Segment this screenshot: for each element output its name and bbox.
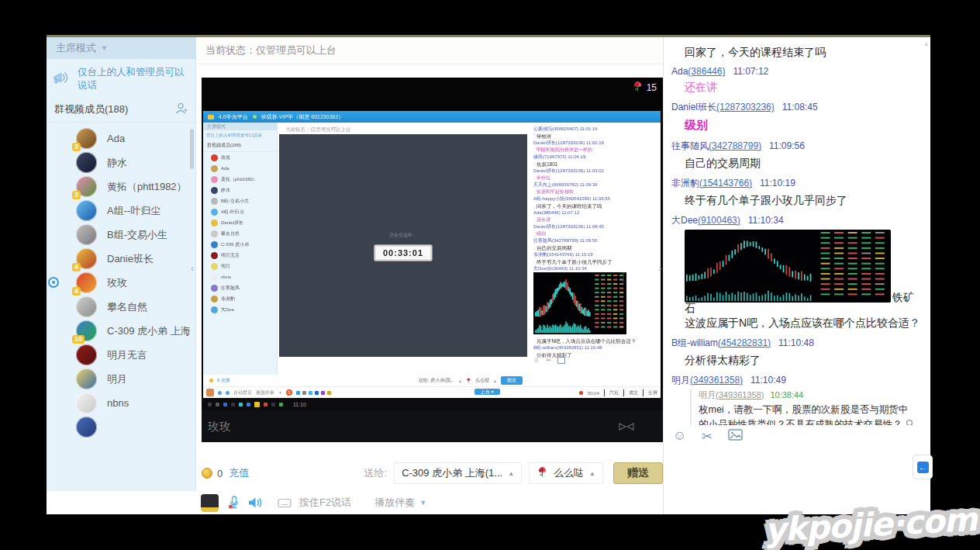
members-count-label: 群视频成员(188): [54, 102, 128, 116]
speaker-icon: [226, 391, 229, 395]
nested-chat-line: 学校准: [533, 133, 661, 140]
member-row[interactable]: 4玫玫: [47, 271, 195, 295]
member-name: Ada: [107, 133, 125, 144]
chat-message: 非洲豹(154143766)11:10:19终于有几个单子跟小玫几乎同步了: [671, 177, 921, 209]
nested-chat-panel: 公募倾泻(490625407) 11:01:16学校准Daniel班长(1287…: [529, 123, 661, 375]
quoted-time: 10:38:44: [770, 390, 803, 400]
chat-sender-id[interactable]: (349361358): [690, 375, 743, 386]
member-row[interactable]: 10C-309 虎小弟 上海: [47, 319, 195, 343]
teamviewer-panel-icon[interactable]: ←: [913, 455, 933, 479]
nested-timer: 00:33:01: [374, 245, 432, 261]
chat-sender-id[interactable]: (386446): [688, 66, 725, 77]
member-avatar: [76, 368, 97, 389]
image-icon[interactable]: [728, 429, 743, 444]
nested-chat-line: Daniel班长(1287303236) 11:02:18: [533, 140, 661, 147]
nested-member-row: C-309 虎小弟: [203, 239, 277, 250]
member-row[interactable]: [47, 415, 195, 439]
member-row[interactable]: B组-交易小生: [47, 223, 195, 247]
taskbar-icon: [247, 403, 250, 406]
nested-member-row: 往事随风: [203, 282, 277, 293]
speaker-icon[interactable]: [248, 496, 264, 509]
member-row[interactable]: 3黄拓（phtt1982）: [47, 175, 195, 199]
nested-member-avatar: [211, 230, 218, 237]
caret-up-icon: ▲: [508, 470, 514, 477]
member-row[interactable]: 攀名自然: [47, 295, 195, 319]
scissors-icon: ✂: [546, 357, 551, 364]
taskbar-icon: [231, 403, 235, 406]
nested-announcement: 仅台上的人和管理员可以说话: [203, 130, 277, 140]
nested-tab: 成交: [623, 389, 638, 396]
caret-down-icon[interactable]: ▼: [419, 499, 426, 507]
gift-type-dropdown[interactable]: 么么哒 ▲: [529, 462, 603, 484]
member-name: Danie班长: [107, 252, 154, 266]
quoted-sender-id[interactable]: (349361358): [716, 390, 764, 400]
smiley-icon: ☺: [533, 357, 540, 364]
emoji-icon[interactable]: ☺: [673, 428, 686, 444]
chat-sender-id[interactable]: (342788799): [709, 140, 761, 151]
quoted-line: 的小品种性质类似？不具有成熟的技术交易性？: [699, 417, 921, 425]
rose-icon: [632, 81, 644, 95]
recharge-link[interactable]: 充值: [229, 466, 249, 480]
member-row[interactable]: A组--叶归尘: [47, 199, 195, 223]
nested-chat-line: 缘商(71067973) 11:04:19: [533, 154, 661, 161]
chat-message: 往事随风(342788799)11:09:56自己的交易周期: [671, 140, 921, 171]
member-name: 明月无言: [107, 348, 147, 362]
chat-sender-id[interactable]: (154143766): [699, 178, 752, 189]
member-row[interactable]: 3Ada: [47, 126, 195, 150]
chat-message: 明月(349361358)11:10:49明月(349361358)10:38:…: [671, 374, 921, 426]
chat-sender-id[interactable]: (454282831): [718, 337, 771, 348]
member-row[interactable]: 4Danie班长: [47, 247, 195, 271]
chat-message-header: 非洲豹(154143766)11:10:19: [671, 177, 921, 190]
chat-message-text: 终于有几个单子跟小玫几乎同步了: [671, 192, 921, 209]
magnifier-icon[interactable]: [906, 419, 916, 425]
speak-permission-text: 仅台上的人和管理员可以说话: [78, 66, 192, 92]
nested-member-list: 玫玫Ada黄拓（phtt1982）静水B组-交易小生A组-叶归尘Daniel班长…: [203, 152, 277, 315]
nested-member-name: A组-叶归尘: [221, 209, 244, 216]
nested-member-avatar: [211, 285, 218, 292]
accompaniment-label[interactable]: 播放伴奏: [374, 496, 415, 510]
nested-chat-line: 还在讲: [533, 216, 661, 223]
taskbar-icon: [223, 403, 227, 406]
chat-message: 大Dee(9100463)11:10:34铁矿石这波应属于N吧，入场点应该在哪个…: [671, 214, 921, 331]
chat-message-header: 往事随风(342788799)11:09:56: [671, 140, 921, 153]
chat-sender-id[interactable]: (1287303236): [716, 102, 775, 112]
nested-chat-line: 回家了，今天的课程结束了吗: [533, 202, 661, 209]
member-row[interactable]: 明月无言: [47, 343, 195, 367]
member-avatar: [76, 344, 97, 365]
chat-message: 回家了，今天的课程结束了吗: [671, 44, 921, 61]
self-avatar[interactable]: [201, 494, 219, 512]
chat-message-header: 明月(349361358)11:10:49: [671, 374, 921, 387]
members-header: 群视频成员(188): [47, 99, 195, 123]
member-row[interactable]: nbns: [47, 391, 195, 415]
nested-member-avatar: [211, 198, 218, 205]
member-name: A组--叶归尘: [107, 204, 160, 218]
nested-accompany-label: 播放伴奏: [256, 389, 274, 396]
nested-member-avatar: [211, 241, 218, 248]
nested-member-row: B组-交易小生: [203, 195, 277, 206]
member-name: B组-交易小生: [107, 228, 167, 242]
member-list: 3Ada静水3黄拓（phtt1982）A组--叶归尘B组-交易小生4Danie班…: [47, 123, 195, 439]
shared-taskbar: 11:10: [202, 398, 663, 410]
gift-target-dropdown[interactable]: C-309 虎小弟 上海(1... ▲: [394, 462, 522, 484]
member-row[interactable]: 静水: [47, 150, 195, 175]
push-to-talk-hint: 按住F2说话: [299, 496, 351, 510]
nested-member-name: 往事随风: [221, 285, 240, 292]
nested-app-icon: S: [286, 389, 292, 396]
chairman-mode-selector[interactable]: 主席模式 ▼: [47, 37, 195, 59]
member-avatar: 4: [76, 272, 97, 293]
nested-title-left: 4.0学员平台: [219, 113, 248, 121]
screenshot-scissors-icon[interactable]: ✂: [702, 429, 712, 444]
collapse-chat-icon[interactable]: ›: [658, 262, 661, 274]
gift-target-value: C-309 虎小弟 上海(1...: [402, 466, 502, 480]
nested-members-header: 群视频成员(188): [203, 140, 277, 152]
nested-status-text: 当前状态：仅管理员可以上台: [278, 123, 529, 133]
chat-message-header: 大Dee(9100463)11:10:34: [671, 214, 921, 227]
send-gift-button[interactable]: 赠送: [613, 462, 663, 484]
add-member-icon[interactable]: [174, 102, 188, 117]
chat-sender-id[interactable]: (9100463): [698, 215, 740, 226]
nested-member-avatar: [211, 209, 218, 216]
collapse-sidebar-icon[interactable]: ‹: [191, 262, 194, 274]
mic-muted-icon[interactable]: [228, 496, 240, 510]
member-row[interactable]: 明月: [47, 367, 195, 391]
member-name: 黄拓（phtt1982）: [107, 180, 187, 194]
